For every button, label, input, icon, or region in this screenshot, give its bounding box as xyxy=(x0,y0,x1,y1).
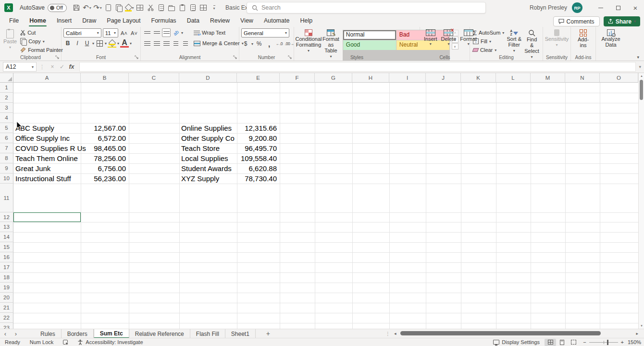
cell-D7[interactable]: Teach Store xyxy=(179,143,237,153)
accounting-format-button[interactable]: $ xyxy=(241,39,250,48)
font-color-button[interactable]: A xyxy=(120,39,129,48)
percent-style-button[interactable]: % xyxy=(255,39,263,48)
increase-decimal-button[interactable]: ←.0 xyxy=(275,39,284,48)
align-left-icon[interactable] xyxy=(143,39,151,48)
autosave-toggle[interactable]: Off xyxy=(48,4,67,12)
copy-icon[interactable] xyxy=(114,2,124,13)
cell-A9[interactable]: Great Junk xyxy=(13,163,81,173)
page-layout-view-button[interactable] xyxy=(556,339,568,346)
name-box-dropdown-icon[interactable]: ▾ xyxy=(32,65,34,69)
accessibility-status[interactable]: Accessibility: Investigate xyxy=(73,339,148,345)
avatar[interactable]: RP xyxy=(572,2,582,13)
vertical-scroll-thumb[interactable] xyxy=(640,80,643,100)
sheet-tab-rules[interactable]: Rules xyxy=(35,329,62,338)
clear-button[interactable]: Clear ▾ xyxy=(472,46,505,54)
cell-D10[interactable]: XYZ Supply xyxy=(179,173,237,184)
row-header-19[interactable]: 19 xyxy=(0,283,13,293)
edit-document-icon[interactable] xyxy=(156,2,166,13)
row-header-1[interactable]: 1 xyxy=(0,83,13,93)
row-header-3[interactable]: 3 xyxy=(0,103,13,113)
qat-overflow-icon[interactable]: ▾ xyxy=(209,2,219,13)
sheet-tab-sheet1[interactable]: Sheet1 xyxy=(225,329,256,338)
tab-home[interactable]: Home xyxy=(24,16,51,26)
workbook-icon[interactable] xyxy=(188,2,198,13)
alignment-dialog-launcher-icon[interactable] xyxy=(233,55,237,60)
table-icon[interactable] xyxy=(198,2,208,13)
row-header-12[interactable]: 12 xyxy=(0,212,13,222)
cell-D5[interactable]: Online Supplies xyxy=(179,123,237,133)
clipboard-dialog-launcher-icon[interactable] xyxy=(55,55,60,60)
underline-button[interactable]: U xyxy=(83,39,91,48)
sheet-tab-sum-etc[interactable]: Sum Etc xyxy=(94,329,129,338)
macro-record-icon[interactable] xyxy=(58,340,73,345)
column-header-I[interactable]: I xyxy=(389,73,426,83)
comments-button[interactable]: Comments xyxy=(553,16,600,26)
style-normal[interactable]: Normal xyxy=(343,30,396,40)
undo-button[interactable]: ↶▾ xyxy=(82,2,92,13)
tab-draw[interactable]: Draw xyxy=(77,16,101,26)
fill-color-button[interactable] xyxy=(108,39,116,48)
font-size-select[interactable]: 11▾ xyxy=(103,28,118,37)
display-settings-button[interactable]: Display Settings xyxy=(488,339,545,345)
row-header-20[interactable]: 20 xyxy=(0,293,13,303)
cell-B6[interactable]: 6,572.00 xyxy=(81,133,129,143)
row-header-4[interactable]: 4 xyxy=(0,113,13,123)
column-header-L[interactable]: L xyxy=(496,73,531,83)
expand-formula-bar-icon[interactable]: ▾ xyxy=(636,64,644,69)
borders-button[interactable] xyxy=(95,39,104,48)
save-icon[interactable] xyxy=(72,2,81,13)
increase-indent-icon[interactable] xyxy=(181,39,190,48)
column-header-K[interactable]: K xyxy=(461,73,496,83)
column-header-H[interactable]: H xyxy=(352,73,389,83)
row-header-15[interactable]: 15 xyxy=(0,242,13,252)
accounting-dropdown-icon[interactable]: ▾ xyxy=(251,42,253,46)
hscroll-right-icon[interactable]: ▸ xyxy=(636,331,638,336)
number-format-select[interactable]: General▾ xyxy=(241,28,289,37)
formula-bar-splitter[interactable]: ⋮ xyxy=(39,64,45,70)
cell-B8[interactable]: 78,256.00 xyxy=(81,153,129,163)
row-header-13[interactable]: 13 xyxy=(0,222,13,232)
wrap-text-button[interactable]: Wrap Text xyxy=(193,28,245,37)
analyze-data-button[interactable]: Analyze Data xyxy=(598,28,624,49)
row-header-6[interactable]: 6 xyxy=(0,133,13,143)
row-header-23[interactable]: 23 xyxy=(0,323,13,329)
new-sheet-button[interactable]: + xyxy=(266,330,270,337)
name-box[interactable]: A12 ▾ xyxy=(3,62,37,72)
align-middle-icon[interactable] xyxy=(152,28,161,37)
cell-E6[interactable]: 9,200.80 xyxy=(237,133,280,143)
redo-dropdown-icon[interactable]: ▾ xyxy=(100,6,102,10)
orientation-icon[interactable]: ab xyxy=(170,26,182,38)
autosum-button[interactable]: Σ AutoSum ▾ xyxy=(472,28,505,37)
cell-E5[interactable]: 12,315.66 xyxy=(237,123,280,133)
addins-button[interactable]: Add-ins xyxy=(573,28,594,49)
tab-insert[interactable]: Insert xyxy=(51,16,77,26)
cell-E8[interactable]: 109,558.40 xyxy=(237,153,280,163)
sheet-nav-right-icon[interactable]: › xyxy=(11,330,21,337)
paste-icon[interactable] xyxy=(177,2,187,13)
zoom-slider[interactable] xyxy=(589,342,618,343)
formula-input[interactable] xyxy=(79,62,636,72)
select-all-corner[interactable] xyxy=(0,73,13,83)
column-header-D[interactable]: D xyxy=(179,73,237,83)
cell-B7[interactable]: 98,465.00 xyxy=(81,143,129,153)
tab-review[interactable]: Review xyxy=(205,16,235,26)
hscroll-left-icon[interactable]: ◂ xyxy=(394,331,396,336)
sheet-tab-flash-fill[interactable]: Flash Fill xyxy=(190,329,225,338)
row-header-10[interactable]: 10 xyxy=(0,173,13,184)
row-header-2[interactable]: 2 xyxy=(0,93,13,103)
cell-A10[interactable]: Instructional Stuff xyxy=(13,173,81,184)
tab-page-layout[interactable]: Page Layout xyxy=(101,16,146,26)
new-file-icon[interactable] xyxy=(103,2,113,13)
align-top-icon[interactable] xyxy=(143,28,151,37)
cell-A7[interactable]: COVID Supplies R Us xyxy=(13,143,81,153)
font-color-dropdown-icon[interactable]: ▾ xyxy=(130,41,132,46)
zoom-slider-thumb[interactable] xyxy=(607,340,608,345)
column-header-G[interactable]: G xyxy=(315,73,352,83)
row-header-7[interactable]: 7 xyxy=(0,143,13,153)
cut-icon[interactable] xyxy=(146,2,155,13)
shrink-font-button[interactable]: A˅ xyxy=(130,29,138,37)
tab-formulas[interactable]: Formulas xyxy=(146,16,182,26)
tab-scrollbar-splitter[interactable]: ⋮ xyxy=(385,331,390,336)
column-header-E[interactable]: E xyxy=(237,73,280,83)
restore-button[interactable] xyxy=(609,0,627,15)
